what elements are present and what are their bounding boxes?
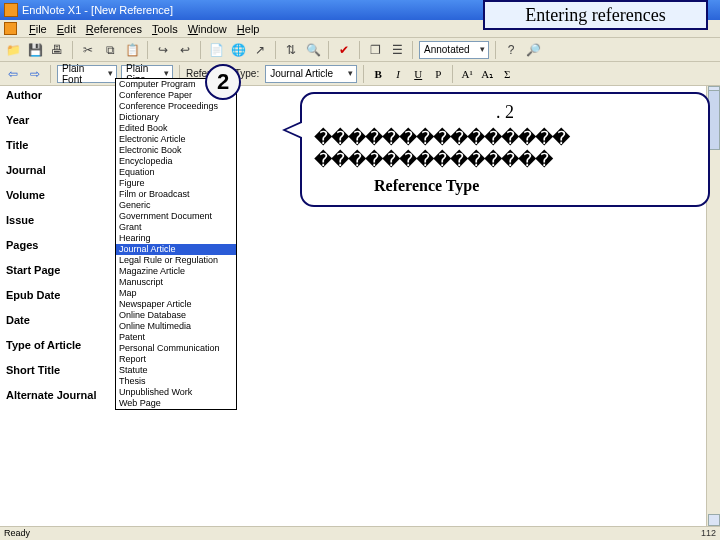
mdi-icon [4, 22, 17, 35]
online-icon[interactable]: 🌐 [229, 41, 247, 59]
italic-button[interactable]: I [390, 66, 406, 82]
step-number-badge: 2 [205, 64, 241, 100]
status-bar: Ready 112 [0, 526, 720, 540]
field-label[interactable]: Start Page [0, 261, 720, 286]
import-icon[interactable]: ↩ [176, 41, 194, 59]
dropdown-option[interactable]: Electronic Book [116, 145, 236, 156]
bubble-line-1: ��������������� [314, 127, 696, 149]
dropdown-option[interactable]: Government Document [116, 211, 236, 222]
dropdown-option[interactable]: Report [116, 354, 236, 365]
dropdown-option[interactable]: Newspaper Article [116, 299, 236, 310]
superscript-button[interactable]: A¹ [459, 66, 475, 82]
dropdown-option[interactable]: Statute [116, 365, 236, 376]
window-title: EndNote X1 - [New Reference] [22, 4, 173, 16]
dropdown-option[interactable]: Generic [116, 200, 236, 211]
dropdown-option[interactable]: Electronic Article [116, 134, 236, 145]
slide-header: Entering references [483, 0, 708, 30]
field-label[interactable]: Date [0, 311, 720, 336]
menu-help[interactable]: Help [237, 23, 260, 35]
cut-icon[interactable]: ✂ [79, 41, 97, 59]
binoculars-icon[interactable]: 🔎 [524, 41, 542, 59]
toolbar-main: 📁 💾 🖶 ✂ ⧉ 📋 ↪ ↩ 📄 🌐 ↗ ⇅ 🔍 ✔ ❐ ☰ Annotate… [0, 38, 720, 62]
field-label[interactable]: Alternate Journal [0, 386, 720, 411]
dropdown-option[interactable]: Personal Communication [116, 343, 236, 354]
font-name-combo[interactable]: Plain Font [57, 65, 117, 83]
dropdown-option[interactable]: Journal Article [116, 244, 236, 255]
prev-icon[interactable]: ⇦ [4, 65, 22, 83]
bubble-tail-inner [286, 122, 304, 138]
find-icon[interactable]: 🔍 [304, 41, 322, 59]
dropdown-option[interactable]: Equation [116, 167, 236, 178]
subscript-button[interactable]: A₁ [479, 66, 495, 82]
status-text: Ready [4, 528, 30, 539]
next-icon[interactable]: ⇨ [26, 65, 44, 83]
sort-icon[interactable]: ⇅ [282, 41, 300, 59]
dropdown-option[interactable]: Conference Proceedings [116, 101, 236, 112]
symbol-button[interactable]: Σ [499, 66, 515, 82]
window-icon[interactable]: ❐ [366, 41, 384, 59]
status-page: 112 [701, 528, 716, 539]
font-name-value: Plain Font [62, 63, 102, 85]
paste-icon[interactable]: 📋 [123, 41, 141, 59]
folder-icon[interactable]: 📁 [4, 41, 22, 59]
dropdown-option[interactable]: Figure [116, 178, 236, 189]
dropdown-option[interactable]: Online Multimedia [116, 321, 236, 332]
field-label[interactable]: Type of Article [0, 336, 720, 361]
separator [452, 65, 453, 83]
separator [200, 41, 201, 59]
dropdown-option[interactable]: Unpublished Work [116, 387, 236, 398]
bold-button[interactable]: B [370, 66, 386, 82]
new-ref-icon[interactable]: 📄 [207, 41, 225, 59]
scroll-down-icon[interactable] [708, 514, 720, 526]
field-label[interactable]: Epub Date [0, 286, 720, 311]
underline-button[interactable]: U [410, 66, 426, 82]
dropdown-option[interactable]: Magazine Article [116, 266, 236, 277]
app-icon [4, 3, 18, 17]
menu-tools[interactable]: Tools [152, 23, 178, 35]
menu-references[interactable]: References [86, 23, 142, 35]
dropdown-option[interactable]: Film or Broadcast [116, 189, 236, 200]
dropdown-option[interactable]: Grant [116, 222, 236, 233]
field-label[interactable]: Short Title [0, 361, 720, 386]
dropdown-option[interactable]: Hearing [116, 233, 236, 244]
dropdown-option[interactable]: Map [116, 288, 236, 299]
dropdown-option[interactable]: Dictionary [116, 112, 236, 123]
dropdown-option[interactable]: Patent [116, 332, 236, 343]
copy-icon[interactable]: ⧉ [101, 41, 119, 59]
output-style-combo[interactable]: Annotated [419, 41, 489, 59]
link-icon[interactable]: ↗ [251, 41, 269, 59]
toolbar-format: ⇦ ⇨ Plain Font Plain Size Reference Type… [0, 62, 720, 86]
output-style-label: Annotated [424, 44, 470, 55]
print-icon[interactable]: 🖶 [48, 41, 66, 59]
menu-file[interactable]: File [29, 23, 47, 35]
reference-type-dropdown[interactable]: Computer ProgramConference PaperConferen… [115, 78, 237, 410]
plain-button[interactable]: P [430, 66, 446, 82]
dropdown-option[interactable]: Thesis [116, 376, 236, 387]
list-icon[interactable]: ☰ [388, 41, 406, 59]
help-icon[interactable]: ? [502, 41, 520, 59]
dropdown-option[interactable]: Edited Book [116, 123, 236, 134]
menu-edit[interactable]: Edit [57, 23, 76, 35]
bubble-line-2: �������������� [314, 149, 696, 171]
bubble-number: . 2 [314, 102, 696, 123]
dropdown-option[interactable]: Legal Rule or Regulation [116, 255, 236, 266]
callout-bubble: . 2 ��������������� �������������� Refer… [300, 92, 710, 207]
reference-type-combo[interactable]: Journal Article [265, 65, 357, 83]
separator [72, 41, 73, 59]
dropdown-option[interactable]: Manuscript [116, 277, 236, 288]
menu-window[interactable]: Window [188, 23, 227, 35]
field-label[interactable]: Pages [0, 236, 720, 261]
field-label[interactable]: Issue [0, 211, 720, 236]
dropdown-option[interactable]: Online Database [116, 310, 236, 321]
dropdown-option[interactable]: Web Page [116, 398, 236, 409]
bubble-reference-type-label: Reference Type [374, 177, 696, 195]
separator [495, 41, 496, 59]
separator [275, 41, 276, 59]
spellcheck-icon[interactable]: ✔ [335, 41, 353, 59]
export-icon[interactable]: ↪ [154, 41, 172, 59]
separator [328, 41, 329, 59]
dropdown-option[interactable]: Encyclopedia [116, 156, 236, 167]
separator [363, 65, 364, 83]
separator [147, 41, 148, 59]
save-icon[interactable]: 💾 [26, 41, 44, 59]
